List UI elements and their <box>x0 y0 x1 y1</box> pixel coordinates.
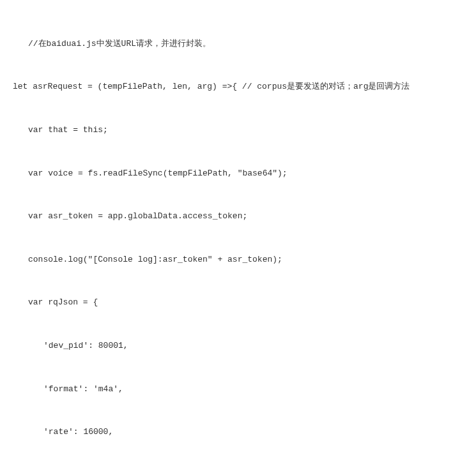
code-line: //在baiduai.js中发送URL请求，并进行封装。 <box>13 33 463 55</box>
code-line: var rqJson = { <box>13 292 463 313</box>
code-line: console.log("[Console log]:asr_token" + … <box>13 249 463 271</box>
code-block: //在baiduai.js中发送URL请求，并进行封装。 let asrRequ… <box>13 11 463 450</box>
code-line: 'format': 'm4a', <box>13 379 463 400</box>
code-line: var that = this; <box>13 119 463 141</box>
code-line: var asr_token = app.globalData.access_to… <box>13 206 463 227</box>
code-line: let asrRequest = (tempFilePath, len, arg… <box>13 76 463 98</box>
code-line: 'rate': 16000, <box>13 421 463 443</box>
code-line: 'dev_pid': 80001, <box>13 335 463 357</box>
code-line: var voice = fs.readFileSync(tempFilePath… <box>13 163 463 184</box>
